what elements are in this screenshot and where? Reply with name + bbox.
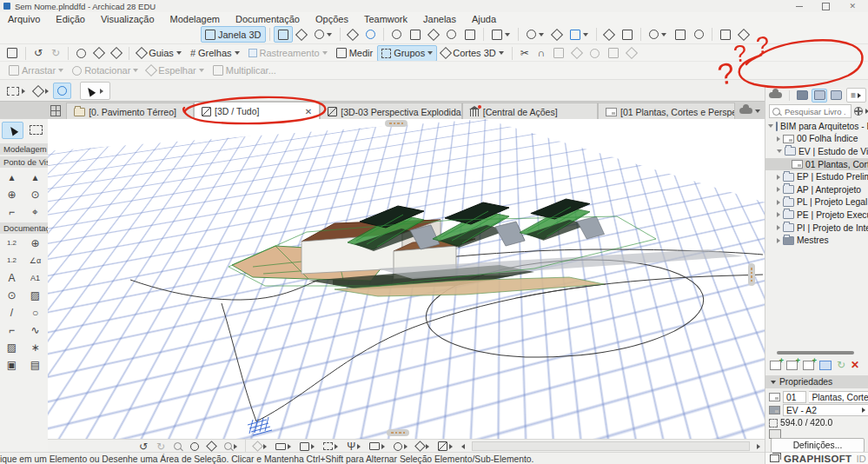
- view-cone-button[interactable]: [461, 26, 480, 43]
- radial-dimension-tool[interactable]: ⊕: [25, 235, 46, 251]
- medir-button[interactable]: Medir: [332, 45, 378, 62]
- arrow-tool-button[interactable]: [80, 82, 110, 100]
- layout-id-field[interactable]: 01: [783, 391, 806, 403]
- tree-item-pe[interactable]: PE | Projeto Executivo: [765, 209, 868, 222]
- 3d-cutting-flyout[interactable]: [566, 26, 593, 43]
- tree-item-ap[interactable]: AP | Anteprojeto: [765, 183, 868, 196]
- drawing-tool[interactable]: ▤: [25, 357, 46, 373]
- tab-3d-tudo[interactable]: [3D / Tudo] ✕: [194, 102, 320, 120]
- text-tool[interactable]: A: [2, 270, 23, 286]
- minimize-button[interactable]: [796, 6, 803, 7]
- arrow-select-tool[interactable]: [2, 122, 23, 139]
- zoom-in-button[interactable]: [169, 442, 186, 450]
- look-around-button[interactable]: [388, 26, 406, 43]
- hotspot-tool[interactable]: ∗: [25, 340, 46, 355]
- tree-item-ep[interactable]: EP | Estudo Preliminar: [765, 170, 868, 183]
- target-point-tool[interactable]: ⊕: [2, 187, 23, 202]
- tab-01-plantas[interactable]: [01 Plantas, Cortes e Perspectivas]: [598, 103, 735, 120]
- search-input[interactable]: [783, 106, 847, 117]
- master-layout-select[interactable]: EV - A2: [783, 404, 868, 416]
- worksheet-tool[interactable]: ⌐: [2, 204, 23, 220]
- tree-item-01-plantas[interactable]: 01 Plantas, Cortes e Per: [765, 158, 868, 171]
- search-box[interactable]: [769, 104, 851, 118]
- split-button[interactable]: ✂: [516, 45, 533, 62]
- render-settings-button[interactable]: [671, 26, 690, 43]
- navigator-settings-gear-icon[interactable]: [854, 107, 863, 116]
- fly-through-button[interactable]: [716, 26, 735, 43]
- grelhas-flyout[interactable]: #Grelhas: [186, 45, 244, 62]
- settings-button[interactable]: Definições...: [771, 438, 865, 453]
- corner-tool-button[interactable]: [568, 45, 586, 62]
- home-button[interactable]: ↺: [3, 45, 22, 62]
- new-subset-icon[interactable]: [803, 361, 814, 370]
- undo-button[interactable]: ↺: [30, 45, 47, 62]
- marquee-flyout[interactable]: [3, 83, 30, 99]
- inject-parameters-button[interactable]: [90, 45, 108, 62]
- line-tool[interactable]: /: [2, 305, 23, 321]
- pane-handle-bottom[interactable]: [387, 429, 409, 436]
- guias-flyout[interactable]: Guias: [133, 45, 186, 62]
- zoom-redo-button[interactable]: ↻: [152, 441, 169, 452]
- tree-item-pl[interactable]: PL | Projeto Legal: [765, 196, 868, 209]
- resize-tool-button[interactable]: [604, 45, 623, 62]
- update-icon[interactable]: ↻: [837, 360, 845, 370]
- menu-edicao[interactable]: Edição: [48, 14, 93, 24]
- menu-visualizacao[interactable]: Visualização: [93, 14, 162, 24]
- redo-button[interactable]: ↻: [47, 45, 64, 62]
- multiplicar-button[interactable]: Multiplicar...: [209, 63, 281, 79]
- pane-handle-top[interactable]: [385, 120, 407, 127]
- angle-dimension-tool[interactable]: ∠α: [25, 253, 46, 268]
- fit-view-flyout[interactable]: [220, 442, 242, 450]
- syringe-button[interactable]: [108, 45, 125, 62]
- polyline-tool[interactable]: ⌐: [2, 322, 23, 338]
- walk-mode-button[interactable]: [344, 26, 361, 43]
- 3d-model[interactable]: [48, 119, 765, 439]
- rotacionar-flyout[interactable]: Rotacionar: [68, 63, 142, 79]
- tab-overview-icon[interactable]: [50, 105, 61, 116]
- tree-item-pi[interactable]: PI | Projeto de Interiores: [765, 222, 868, 235]
- publisher-button[interactable]: [830, 89, 844, 102]
- grid-display-flyout[interactable]: [319, 442, 342, 450]
- grupos-flyout[interactable]: Grupos: [377, 45, 437, 62]
- zoom-undo-button[interactable]: ↺: [135, 441, 152, 452]
- layout-book-button[interactable]: [812, 89, 827, 103]
- projection-flyout[interactable]: [310, 26, 336, 43]
- project-map-button[interactable]: [796, 89, 810, 102]
- menu-teamwork[interactable]: Teamwork: [356, 14, 415, 24]
- sphere-view-tool[interactable]: ⊙: [25, 187, 46, 202]
- new-layout-icon[interactable]: [770, 361, 781, 370]
- surface-button[interactable]: [618, 26, 637, 43]
- elevation-tool-button[interactable]: [549, 45, 568, 62]
- level-dimension-tool[interactable]: 1.2: [2, 253, 23, 268]
- menu-arquivo[interactable]: Arquivo: [0, 14, 48, 24]
- tree-item-root[interactable]: BIM para Arquitetos - Bima: [765, 120, 868, 133]
- camera-settings-flyout[interactable]: [389, 442, 412, 451]
- project-chooser-button[interactable]: [769, 89, 783, 102]
- arrastar-flyout[interactable]: Arrastar: [4, 63, 68, 79]
- screen-view-flyout[interactable]: [365, 442, 389, 450]
- toolbox-section-ponto-de-vista[interactable]: Ponto de Vista: [0, 156, 48, 168]
- layers-quick-flyout[interactable]: [295, 442, 319, 451]
- tab-pavimento-terreo[interactable]: [0. Pavimento Térreo]: [66, 103, 194, 120]
- orbit-nav-button[interactable]: [186, 442, 203, 451]
- marquee-tool[interactable]: [26, 122, 46, 137]
- janela-3d-button[interactable]: Janela 3D: [201, 26, 266, 43]
- shadow-flyout[interactable]: [412, 442, 434, 450]
- spline-tool[interactable]: ∿: [25, 322, 46, 338]
- toolbox-section-documentacao[interactable]: Documentação: [0, 222, 48, 234]
- close-button[interactable]: ✕: [849, 2, 856, 10]
- orbit-mode-button[interactable]: [361, 26, 380, 43]
- walk-nav-button[interactable]: [203, 442, 220, 450]
- open-panel-icon[interactable]: [819, 361, 832, 370]
- 3d-style-quick-flyout[interactable]: [434, 441, 457, 451]
- camera-tool[interactable]: ⌖: [25, 204, 46, 220]
- menu-janelas[interactable]: Janelas: [415, 14, 464, 24]
- layers-flyout[interactable]: [487, 26, 514, 43]
- tree-item-folha-indice[interactable]: 00 Folha Índice: [765, 133, 868, 146]
- toolbox-section-modelagem[interactable]: Modelagem: [0, 143, 48, 155]
- grow-mode-button[interactable]: [735, 26, 752, 43]
- espelhar-flyout[interactable]: Espelhar: [142, 63, 208, 79]
- scroll-right-button[interactable]: [752, 444, 765, 449]
- circle-tool[interactable]: ○: [25, 305, 46, 321]
- photo-render-flyout[interactable]: [645, 26, 671, 43]
